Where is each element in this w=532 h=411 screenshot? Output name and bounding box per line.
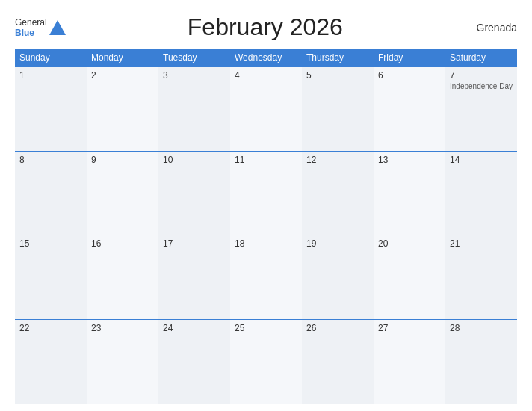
day-number: 7 bbox=[450, 70, 513, 81]
logo: General Blue bbox=[15, 17, 66, 38]
day-number: 4 bbox=[235, 70, 297, 81]
day-number: 6 bbox=[378, 70, 441, 81]
calendar-table: Sunday Monday Tuesday Wednesday Thursday… bbox=[15, 49, 517, 404]
calendar-cell: 5 bbox=[302, 67, 374, 152]
calendar-cell: 12 bbox=[302, 151, 374, 235]
calendar-cell: 22 bbox=[15, 319, 87, 404]
calendar-cell: 11 bbox=[230, 151, 302, 235]
calendar-cell: 20 bbox=[374, 235, 445, 320]
calendar-cell: 26 bbox=[302, 319, 374, 404]
calendar-cell: 19 bbox=[302, 235, 374, 320]
calendar-title: February 2026 bbox=[66, 13, 465, 41]
col-sunday: Sunday bbox=[15, 49, 87, 67]
day-number: 26 bbox=[306, 323, 369, 333]
calendar-cell: 28 bbox=[445, 319, 517, 404]
day-number: 13 bbox=[378, 155, 441, 165]
day-number: 5 bbox=[306, 70, 369, 81]
event-label: Independence Day bbox=[450, 82, 513, 90]
calendar-cell: 10 bbox=[158, 151, 230, 235]
day-number: 11 bbox=[235, 155, 297, 165]
day-number: 18 bbox=[235, 238, 297, 249]
calendar-cell: 18 bbox=[230, 235, 302, 320]
svg-marker-0 bbox=[49, 20, 66, 35]
calendar-cell: 24 bbox=[158, 319, 230, 404]
col-tuesday: Tuesday bbox=[158, 49, 230, 67]
calendar-cell: 21 bbox=[445, 235, 517, 320]
logo-text: General Blue bbox=[15, 17, 47, 38]
day-number: 17 bbox=[163, 238, 226, 249]
day-number: 28 bbox=[450, 323, 513, 333]
calendar-cell: 16 bbox=[87, 235, 158, 320]
day-number: 25 bbox=[235, 323, 297, 333]
calendar-cell: 7Independence Day bbox=[445, 67, 517, 152]
day-number: 21 bbox=[450, 238, 513, 249]
logo-general: General bbox=[15, 17, 47, 28]
calendar-week-row: 22232425262728 bbox=[15, 319, 517, 404]
day-number: 16 bbox=[91, 238, 154, 249]
calendar-cell: 8 bbox=[15, 151, 87, 235]
col-thursday: Thursday bbox=[302, 49, 374, 67]
day-number: 15 bbox=[19, 238, 82, 249]
day-number: 20 bbox=[378, 238, 441, 249]
calendar-cell: 1 bbox=[15, 67, 87, 152]
calendar-week-row: 15161718192021 bbox=[15, 235, 517, 320]
logo-blue: Blue bbox=[15, 28, 47, 38]
calendar-cell: 25 bbox=[230, 319, 302, 404]
calendar-week-row: 891011121314 bbox=[15, 151, 517, 235]
day-number: 12 bbox=[306, 155, 369, 165]
calendar-cell: 2 bbox=[87, 67, 158, 152]
calendar-header-row: Sunday Monday Tuesday Wednesday Thursday… bbox=[15, 49, 517, 67]
calendar-cell: 6 bbox=[374, 67, 445, 152]
calendar-cell: 3 bbox=[158, 67, 230, 152]
day-number: 1 bbox=[19, 70, 82, 81]
calendar-cell: 15 bbox=[15, 235, 87, 320]
day-number: 24 bbox=[163, 323, 226, 333]
col-saturday: Saturday bbox=[445, 49, 517, 67]
calendar-week-row: 1234567Independence Day bbox=[15, 67, 517, 152]
logo-triangle-icon bbox=[49, 20, 66, 35]
col-wednesday: Wednesday bbox=[230, 49, 302, 67]
day-number: 23 bbox=[91, 323, 154, 333]
day-number: 2 bbox=[91, 70, 154, 81]
col-friday: Friday bbox=[374, 49, 445, 67]
day-number: 8 bbox=[19, 155, 82, 165]
country-label: Grenada bbox=[465, 22, 517, 34]
calendar-cell: 4 bbox=[230, 67, 302, 152]
calendar-header: General Blue February 2026 Grenada bbox=[15, 13, 517, 41]
calendar-body: 1234567Independence Day89101112131415161… bbox=[15, 67, 517, 404]
day-number: 3 bbox=[163, 70, 226, 81]
calendar-cell: 9 bbox=[87, 151, 158, 235]
day-number: 14 bbox=[450, 155, 513, 165]
calendar-cell: 27 bbox=[374, 319, 445, 404]
calendar-cell: 13 bbox=[374, 151, 445, 235]
col-monday: Monday bbox=[87, 49, 158, 67]
day-number: 22 bbox=[19, 323, 82, 333]
day-number: 19 bbox=[306, 238, 369, 249]
day-number: 27 bbox=[378, 323, 441, 333]
day-number: 10 bbox=[163, 155, 226, 165]
calendar-cell: 17 bbox=[158, 235, 230, 320]
calendar-cell: 23 bbox=[87, 319, 158, 404]
calendar-cell: 14 bbox=[445, 151, 517, 235]
calendar-page: General Blue February 2026 Grenada Sunda… bbox=[0, 0, 532, 411]
day-number: 9 bbox=[91, 155, 154, 165]
